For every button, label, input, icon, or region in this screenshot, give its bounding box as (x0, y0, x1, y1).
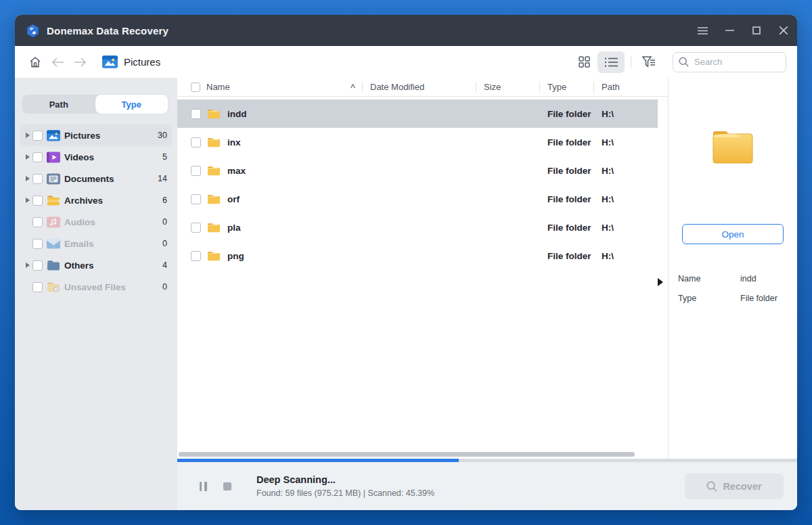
category-count: 4 (162, 260, 167, 270)
expand-arrow-icon[interactable] (23, 262, 32, 268)
file-row-orf[interactable]: orfFile folderH:\ (177, 185, 658, 213)
column-header-name[interactable]: Name ^ (177, 78, 362, 96)
status-bar: Deep Scanning... Found: 59 files (975.21… (177, 462, 797, 510)
category-label: Emails (64, 239, 162, 249)
row-checkbox[interactable] (191, 109, 201, 119)
category-label: Audios (64, 217, 162, 227)
column-header-type[interactable]: Type (539, 78, 593, 96)
category-count: 30 (158, 131, 167, 140)
expand-arrow-icon[interactable] (23, 154, 32, 160)
maximize-button[interactable] (743, 15, 770, 46)
folder-icon (206, 250, 221, 262)
column-label: Date Modified (370, 82, 424, 92)
tab-type[interactable]: Type (95, 95, 168, 114)
file-name: inx (227, 137, 241, 147)
category-label: Documents (64, 174, 158, 184)
app-title: Donemax Data Recovery (47, 25, 168, 37)
pictures-icon (47, 130, 60, 141)
category-checkbox[interactable] (32, 282, 43, 292)
file-row-png[interactable]: pngFile folderH:\ (177, 242, 658, 270)
sidebar-item-archives[interactable]: Archives6 (20, 189, 172, 211)
back-icon[interactable] (51, 55, 64, 69)
expand-arrow-icon[interactable] (23, 133, 32, 138)
menu-icon[interactable] (689, 15, 716, 46)
meta-value: indd (740, 274, 757, 283)
category-label: Pictures (64, 131, 158, 141)
category-checkbox[interactable] (32, 131, 43, 141)
category-checkbox[interactable] (32, 174, 43, 184)
row-checkbox[interactable] (191, 137, 201, 147)
audios-icon (47, 216, 60, 228)
table-header: Name ^ Date Modified Size Type Path (177, 78, 668, 97)
home-icon[interactable] (28, 55, 42, 69)
content-area: Path Type Pictures30Videos5Documents14Ar… (15, 78, 797, 510)
sidebar-item-pictures[interactable]: Pictures30 (20, 124, 172, 146)
column-label: Path (602, 82, 620, 92)
minimize-button[interactable] (716, 15, 743, 46)
folder-preview-icon (710, 128, 755, 166)
file-path: H:\ (593, 194, 668, 204)
title-bar: Donemax Data Recovery (15, 15, 797, 46)
column-header-path[interactable]: Path (593, 78, 668, 96)
row-checkbox[interactable] (191, 166, 201, 176)
file-type: File folder (539, 166, 593, 176)
grid-view-icon[interactable] (570, 51, 597, 73)
horizontal-scrollbar (177, 449, 668, 459)
sidebar: Path Type Pictures30Videos5Documents14Ar… (15, 78, 177, 510)
horizontal-scrollbar-thumb[interactable] (179, 452, 635, 457)
category-count: 0 (162, 217, 167, 227)
breadcrumb[interactable]: Pictures (102, 55, 160, 68)
sidebar-item-unsaved-files[interactable]: Unsaved Files0 (20, 276, 172, 298)
recover-button[interactable]: Recover (685, 474, 784, 499)
search-input[interactable] (694, 57, 775, 67)
forward-icon[interactable] (73, 55, 87, 69)
sidebar-item-videos[interactable]: Videos5 (20, 146, 172, 168)
toolbar: Pictures (15, 46, 797, 78)
list-view-icon[interactable] (597, 51, 625, 73)
archives-icon (47, 195, 60, 206)
select-all-checkbox[interactable] (191, 83, 200, 92)
tab-path[interactable]: Path (22, 95, 95, 114)
sidebar-item-others[interactable]: Others4 (20, 254, 172, 276)
file-row-max[interactable]: maxFile folderH:\ (177, 156, 658, 185)
meta-row-type: Type File folder (678, 294, 797, 303)
sidebar-item-documents[interactable]: Documents14 (20, 168, 172, 189)
sidebar-tabs: Path Type (22, 95, 168, 114)
category-count: 5 (162, 152, 167, 162)
category-count: 0 (162, 282, 167, 292)
category-checkbox[interactable] (32, 260, 43, 271)
sidebar-item-audios[interactable]: Audios0 (20, 211, 172, 233)
category-checkbox[interactable] (32, 239, 43, 249)
expand-arrow-icon[interactable] (23, 198, 32, 203)
column-header-date-modified[interactable]: Date Modified (362, 78, 476, 96)
category-checkbox[interactable] (32, 217, 43, 227)
sidebar-item-emails[interactable]: Emails0 (20, 233, 172, 254)
meta-label: Type (678, 294, 740, 303)
file-name: pla (227, 223, 241, 233)
sort-ascending-icon[interactable]: ^ (351, 83, 355, 92)
open-button[interactable]: Open (682, 224, 784, 244)
file-path: H:\ (593, 137, 668, 147)
file-path: H:\ (593, 223, 668, 233)
filter-icon[interactable] (637, 51, 660, 73)
collapse-panel-icon[interactable] (658, 276, 667, 288)
file-row-pla[interactable]: plaFile folderH:\ (177, 213, 658, 242)
file-rows: inddFile folderH:\inxFile folderH:\maxFi… (177, 97, 668, 449)
row-checkbox[interactable] (191, 223, 201, 233)
row-checkbox[interactable] (191, 194, 201, 204)
category-checkbox[interactable] (32, 196, 43, 206)
column-header-size[interactable]: Size (476, 78, 539, 96)
file-row-indd[interactable]: inddFile folderH:\ (177, 99, 658, 128)
meta-value: File folder (740, 294, 777, 303)
file-list-pane: Name ^ Date Modified Size Type Path indd… (177, 78, 668, 459)
pause-icon[interactable] (196, 479, 210, 494)
file-row-inx[interactable]: inxFile folderH:\ (177, 128, 658, 156)
row-checkbox[interactable] (191, 251, 201, 261)
close-button[interactable] (770, 15, 797, 46)
file-path: H:\ (593, 251, 668, 261)
category-checkbox[interactable] (32, 152, 43, 162)
meta-label: Name (678, 274, 740, 283)
category-label: Others (64, 260, 162, 271)
expand-arrow-icon[interactable] (23, 176, 32, 181)
stop-icon[interactable] (220, 479, 235, 494)
